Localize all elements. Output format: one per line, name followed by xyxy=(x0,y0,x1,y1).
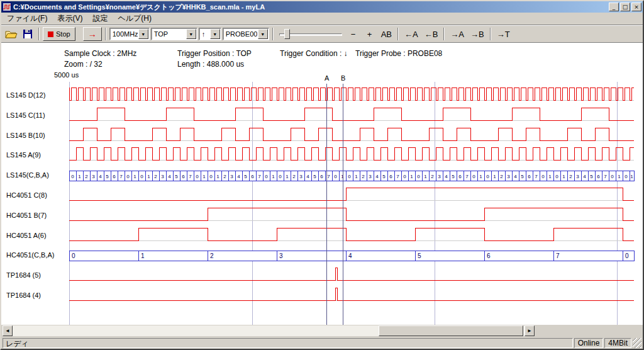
prev-edge-to-b-button[interactable]: ←B xyxy=(422,27,441,41)
scroll-right-button[interactable]: ► xyxy=(525,325,535,336)
svg-text:6: 6 xyxy=(458,174,462,179)
svg-text:6: 6 xyxy=(487,252,491,259)
svg-text:6: 6 xyxy=(528,174,531,179)
svg-text:4: 4 xyxy=(583,174,586,179)
horizontal-scrollbar[interactable]: ◄ ► xyxy=(3,325,535,336)
resize-grip[interactable] xyxy=(633,338,641,348)
titlebar[interactable]: C:¥Documents and Settings¥noname¥デスクトップ¥… xyxy=(1,1,643,13)
svg-text:0: 0 xyxy=(196,174,199,179)
zoom-slider-thumb[interactable] xyxy=(284,29,290,39)
trigger-position-select[interactable]: TOP ▼ xyxy=(151,28,197,40)
minimize-button[interactable]: _ xyxy=(609,3,619,11)
svg-text:0: 0 xyxy=(625,174,628,179)
svg-text:1: 1 xyxy=(630,174,633,179)
svg-text:4: 4 xyxy=(99,174,102,179)
sample-clock-value: 100MHz xyxy=(110,28,138,40)
svg-text:0: 0 xyxy=(126,174,130,179)
channel-label: TP1684 (5) xyxy=(6,271,41,279)
sample-clock-select[interactable]: 100MHz ▼ xyxy=(109,28,150,40)
svg-text:1: 1 xyxy=(147,174,150,179)
menu-settings[interactable]: 設定 xyxy=(87,12,113,25)
run-button[interactable]: → xyxy=(83,27,102,41)
svg-text:1: 1 xyxy=(141,252,145,259)
zoom-info: Zoom : / 32 xyxy=(64,60,103,69)
svg-text:A: A xyxy=(325,74,330,82)
svg-text:4: 4 xyxy=(445,174,448,179)
svg-text:3: 3 xyxy=(507,174,510,179)
trigger-condition-info: Trigger Condition : ↓ xyxy=(280,49,348,58)
menu-view[interactable]: 表示(V) xyxy=(52,12,87,25)
svg-text:1: 1 xyxy=(562,174,565,179)
sample-clock-info: Sample Clock : 2MHz xyxy=(64,49,136,58)
waveform-canvas[interactable]: 0123456701012345670101234567010123456701… xyxy=(1,43,643,325)
svg-text:4: 4 xyxy=(514,174,517,179)
maximize-button[interactable]: □ xyxy=(620,3,630,11)
menu-file[interactable]: ファイル(F) xyxy=(2,12,52,25)
svg-text:0: 0 xyxy=(71,174,74,179)
svg-text:3: 3 xyxy=(230,174,233,179)
trigger-probe-info: Trigger Probe : PROBE08 xyxy=(355,49,442,58)
svg-text:0: 0 xyxy=(72,252,75,259)
save-file-button[interactable] xyxy=(20,27,35,41)
zoom-out-button[interactable]: − xyxy=(346,27,361,41)
scrollbar-thumb[interactable] xyxy=(379,325,523,336)
svg-text:6: 6 xyxy=(182,174,185,179)
svg-text:0: 0 xyxy=(541,174,545,179)
svg-text:1: 1 xyxy=(410,174,413,179)
app-window: C:¥Documents and Settings¥noname¥デスクトップ¥… xyxy=(0,0,644,350)
prev-edge-to-a-button[interactable]: ←A xyxy=(402,27,421,41)
svg-text:3: 3 xyxy=(369,174,372,179)
next-edge-to-a-button[interactable]: →A xyxy=(448,27,467,41)
svg-text:1: 1 xyxy=(133,174,136,179)
toolbar-separator xyxy=(105,28,106,40)
run-arrow-icon: → xyxy=(88,30,97,38)
open-file-button[interactable] xyxy=(4,27,19,41)
svg-text:0: 0 xyxy=(472,174,475,179)
svg-text:2: 2 xyxy=(362,174,365,179)
svg-text:1: 1 xyxy=(424,174,427,179)
close-button[interactable]: × xyxy=(631,3,641,11)
cursor-ab-button[interactable]: AB xyxy=(379,27,394,41)
svg-text:6: 6 xyxy=(320,174,323,179)
svg-text:1: 1 xyxy=(493,174,496,179)
trigger-probe-value: PROBE00 xyxy=(223,28,257,40)
chevron-down-icon[interactable]: ▼ xyxy=(186,29,196,39)
menu-help[interactable]: ヘルプ(H) xyxy=(113,12,157,25)
svg-text:5: 5 xyxy=(590,174,593,179)
svg-text:0: 0 xyxy=(265,174,268,179)
svg-text:0: 0 xyxy=(403,174,406,179)
menubar: ファイル(F)表示(V)設定ヘルプ(H) xyxy=(1,13,643,25)
svg-text:6: 6 xyxy=(113,174,116,179)
svg-text:5: 5 xyxy=(244,174,247,179)
chevron-down-icon[interactable]: ▼ xyxy=(138,29,148,39)
svg-text:7: 7 xyxy=(535,174,538,179)
svg-text:4: 4 xyxy=(306,174,309,179)
svg-text:3: 3 xyxy=(576,174,579,179)
trigger-probe-select[interactable]: PROBE00 ▼ xyxy=(223,28,269,40)
channel-label: HC4051 A(6) xyxy=(6,232,47,239)
svg-text:2: 2 xyxy=(154,174,157,179)
zoom-slider[interactable] xyxy=(279,27,342,41)
svg-text:B: B xyxy=(341,74,345,82)
svg-text:6: 6 xyxy=(389,174,392,179)
svg-text:7: 7 xyxy=(327,174,330,179)
stop-icon xyxy=(48,31,53,37)
scroll-left-button[interactable]: ◄ xyxy=(3,325,13,336)
toolbar-separator xyxy=(272,28,274,40)
status-online-badge: Online xyxy=(574,338,604,348)
svg-text:1: 1 xyxy=(286,174,289,179)
next-edge-to-b-button[interactable]: →B xyxy=(468,27,487,41)
stop-button[interactable]: Stop xyxy=(43,27,75,41)
svg-text:7: 7 xyxy=(396,174,399,179)
chevron-down-icon[interactable]: ▼ xyxy=(258,29,268,39)
trigger-edge-select[interactable]: ↑ ▼ xyxy=(199,28,221,40)
svg-text:7: 7 xyxy=(465,174,469,179)
svg-text:5: 5 xyxy=(521,174,524,179)
svg-text:5: 5 xyxy=(418,252,421,259)
chevron-down-icon[interactable]: ▼ xyxy=(210,29,220,39)
goto-trigger-button[interactable]: →T xyxy=(494,27,513,41)
svg-text:0: 0 xyxy=(486,174,489,179)
open-folder-icon xyxy=(5,30,18,39)
zoom-in-button[interactable]: + xyxy=(362,27,377,41)
waveform-panel: Sample Clock : 2MHz Trigger Position : T… xyxy=(1,43,643,325)
